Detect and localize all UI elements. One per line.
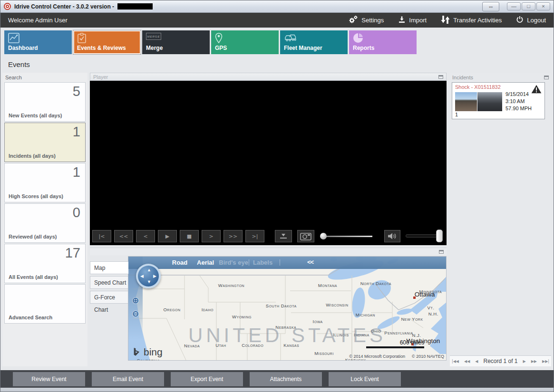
footer-action-button[interactable]: Export Event [171, 372, 243, 386]
search-filter-card[interactable]: Advanced Search [4, 284, 86, 324]
resize-toggle-button[interactable]: ⇔ [482, 2, 499, 11]
record-nav-prev-button[interactable]: |◀◀ [452, 359, 459, 363]
pan-down-arrow-icon[interactable]: ▼ [147, 280, 151, 284]
pan-left-arrow-icon[interactable]: ◀ [140, 274, 144, 278]
mute-speaker-button[interactable] [384, 230, 400, 242]
search-filter-card[interactable]: 17 All Events (all days) [4, 244, 86, 283]
minimize-button[interactable]: — [507, 2, 521, 10]
search-filter-card[interactable]: 5 New Events (all days) [4, 82, 86, 122]
pie-chart-icon [353, 33, 363, 45]
map-bar-collapse-button[interactable]: << [307, 258, 313, 266]
zoom-in-button[interactable]: ⊕ [132, 296, 139, 305]
map-mode-button[interactable]: Aerial [197, 259, 214, 266]
maximize-button[interactable]: □ [522, 2, 535, 10]
close-button[interactable]: × [536, 2, 550, 10]
road-camera-thumbnail[interactable] [455, 92, 477, 111]
step-forward-button[interactable]: > [202, 230, 221, 242]
fast-forward-button[interactable]: >> [224, 230, 243, 242]
incident-card[interactable]: Shock - X01511832 9/15/2014 3:10 AM 57.9… [452, 82, 545, 119]
map-copyright: © 2014 Microsoft Corporation © 2010 NAVT… [349, 354, 444, 359]
import-label: Import [409, 17, 427, 24]
player-panel: Player |<<<<▶■>>>>| [90, 73, 447, 245]
state-label: Wisconsin [326, 302, 348, 307]
volume-slider[interactable] [406, 229, 443, 243]
settings-button[interactable]: Settings [349, 15, 384, 25]
pan-right-arrow-icon[interactable]: ▶ [153, 274, 156, 278]
clipboard-check-icon [77, 33, 87, 45]
step-back-button[interactable]: < [136, 230, 155, 242]
rewind-button[interactable]: << [114, 230, 133, 242]
incidents-title: Incidents [452, 75, 473, 80]
logout-button[interactable]: Logout [516, 16, 546, 25]
map-pan-control[interactable]: ▲ ▼ ◀ ▶ [136, 264, 161, 288]
search-filter-card[interactable]: 0 Reviewed (all days) [4, 203, 86, 243]
import-button[interactable]: Import [398, 16, 427, 25]
event-count: 17 [65, 245, 80, 261]
vehicles-icon [284, 33, 298, 44]
state-label: North Dakota [360, 280, 391, 286]
pan-up-arrow-icon[interactable]: ▲ [147, 268, 151, 272]
ottawa-marker [413, 296, 416, 299]
record-nav-next-button[interactable]: ▶▶| [542, 359, 549, 363]
filter-label: Incidents (all days) [9, 153, 56, 159]
transfer-activities-button[interactable]: Transfer Activities [441, 16, 502, 25]
incidents-header: Incidents [450, 73, 551, 82]
window-title: Idrive Control Center - 3.0.2 version - [14, 3, 114, 10]
city-label: Ottawa [415, 291, 435, 298]
titlebar: Idrive Control Center - 3.0.2 version - … [0, 0, 554, 13]
record-nav-prev-button[interactable]: ◀◀ [464, 359, 470, 363]
snapshot-camera-button[interactable] [297, 230, 314, 242]
footer-action-button[interactable]: Lock Event [329, 372, 401, 386]
player-title: Player [93, 74, 108, 80]
cabin-camera-thumbnail[interactable] [477, 92, 502, 111]
search-filter-card[interactable]: 1 High Scores (all days) [4, 163, 86, 202]
skip-to-start-button[interactable]: |< [92, 230, 111, 242]
incident-time: 3:10 AM [505, 98, 532, 105]
download-button[interactable] [275, 230, 292, 242]
stop-button[interactable]: ■ [180, 230, 199, 242]
record-nav-prev-button[interactable]: ◀ [475, 359, 478, 363]
map-view-tab[interactable]: G-Force Chart [90, 291, 129, 304]
tab-label: Fleet Manager [284, 45, 322, 51]
footer-action-button[interactable]: Attachments [250, 372, 322, 386]
video-display[interactable] [90, 81, 447, 227]
seek-slider[interactable] [320, 230, 372, 242]
player-controls: |<<<<▶■>>>>| [90, 227, 447, 245]
incident-speed: 57.90 MPH [505, 105, 532, 112]
tab-merge[interactable]: MERGE Merge [142, 30, 210, 54]
tab-events-reviews[interactable]: Events & Reviews [73, 30, 141, 54]
record-position-label: Record 1 of 1 [483, 358, 517, 364]
map-view-tab[interactable]: Speed Chart [90, 276, 129, 289]
map-panel-header [90, 248, 447, 255]
play-button[interactable]: ▶ [158, 230, 177, 242]
event-count: 1 [73, 164, 80, 180]
map-view-tab[interactable]: Map [90, 261, 129, 274]
tab-reports[interactable]: Reports [349, 30, 417, 54]
player-header: Player [90, 73, 447, 81]
filter-label: New Events (all days) [9, 113, 62, 118]
tab-dashboard[interactable]: Dashboard [4, 30, 72, 54]
map-mode-bar: RoadAerialBird's eyeLabels << [128, 257, 447, 269]
skip-to-end-button[interactable]: >| [245, 230, 264, 242]
map-mode-button[interactable]: Bird's eye [219, 259, 248, 266]
state-label: N.H. [428, 311, 438, 316]
record-nav-next-button[interactable]: ▶ [523, 359, 526, 363]
search-cards: 5 New Events (all days) 1 Incidents (all… [4, 82, 86, 325]
collapse-panel-icon[interactable] [439, 250, 444, 254]
record-nav-next-button[interactable]: ▶▶ [531, 359, 537, 363]
search-filter-card[interactable]: 1 Incidents (all days) [4, 123, 86, 162]
seek-knob[interactable] [320, 233, 327, 239]
bing-map[interactable]: RoadAerialBird's eyeLabels << ▲ ▼ ◀ ▶ ⊕ … [128, 256, 447, 361]
map-mode-button[interactable]: Road [172, 259, 188, 266]
footer-action-button[interactable]: Email Event [92, 372, 164, 386]
volume-knob[interactable] [436, 229, 443, 242]
map-mode-button[interactable]: Labels [253, 259, 272, 266]
collapse-panel-icon[interactable] [438, 75, 443, 79]
footer-action-button[interactable]: Review Event [13, 372, 85, 386]
collapse-panel-icon[interactable] [544, 76, 549, 79]
tab-gps[interactable]: GPS [211, 30, 279, 54]
tab-fleet-manager[interactable]: Fleet Manager [280, 30, 348, 54]
zoom-out-button[interactable]: ⊖ [132, 309, 139, 318]
state-label: Vt. [428, 305, 435, 310]
top-navbar: Welcome Admin User Settings Import Trans… [0, 13, 554, 28]
